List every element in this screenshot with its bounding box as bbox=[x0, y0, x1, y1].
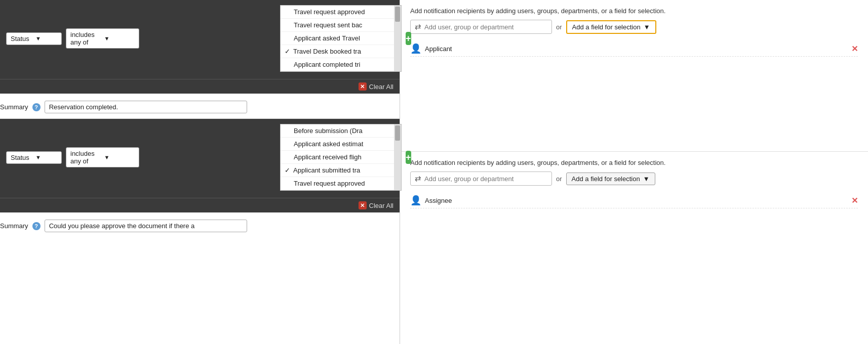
top-summary-label: Summary bbox=[0, 103, 28, 111]
dropdown-item-text: Travel Desk booked tra bbox=[293, 48, 361, 55]
bottom-field-select-label: Add a field for selection bbox=[572, 175, 640, 183]
bottom-status-arrow-icon: ▼ bbox=[35, 154, 57, 160]
top-scrollbar[interactable] bbox=[394, 6, 401, 71]
scroll-thumb-b bbox=[395, 125, 400, 141]
list-item[interactable]: Travel request approved bbox=[281, 6, 401, 19]
bottom-recipient-chip: 👤 Assignee ✕ bbox=[410, 193, 858, 208]
bottom-clear-all-x-icon: ✕ bbox=[359, 201, 367, 209]
main-layout: Status ▼ includes any of ▼ Travel reques… bbox=[0, 0, 868, 344]
top-user-avatar-icon: 👤 bbox=[410, 43, 421, 54]
top-recipient-input[interactable] bbox=[424, 23, 526, 31]
top-summary-help-icon[interactable]: ? bbox=[32, 103, 41, 111]
dropdown-item-text: Before submission (Dra bbox=[294, 127, 363, 135]
clear-all-x-icon: ✕ bbox=[359, 82, 367, 91]
bottom-condition-block: Status ▼ includes any of ▼ Before submis… bbox=[0, 119, 400, 198]
top-status-label: Status bbox=[11, 35, 32, 42]
bottom-includes-label: includes any of bbox=[70, 150, 101, 165]
top-field-select-button[interactable]: Add a field for selection ▼ bbox=[566, 20, 656, 34]
top-add-recipient-row: ⇄ or Add a field for selection ▼ bbox=[410, 20, 858, 34]
top-recipient-name: Applicant bbox=[425, 45, 452, 53]
scroll-thumb bbox=[395, 7, 400, 22]
bottom-dropdown-list: Before submission (Dra Applicant asked e… bbox=[280, 124, 402, 191]
dropdown-item-text: Travel request sent bac bbox=[294, 21, 362, 29]
bottom-summary-row: Summary ? bbox=[0, 212, 400, 237]
bottom-user-avatar-icon: 👤 bbox=[410, 195, 421, 206]
top-includes-arrow-icon: ▼ bbox=[104, 35, 135, 41]
bottom-field-select-arrow-icon: ▼ bbox=[643, 175, 650, 183]
top-includes-label: includes any of bbox=[70, 31, 101, 46]
dropdown-item-text: Applicant asked Travel bbox=[294, 34, 360, 42]
top-section-footer: ✕ Clear All bbox=[0, 79, 400, 94]
list-item[interactable]: Travel request sent bac bbox=[281, 19, 401, 32]
top-dropdown-list: Travel request approved Travel request s… bbox=[280, 5, 402, 72]
list-item[interactable]: Applicant asked estimat bbox=[281, 138, 401, 151]
bottom-status-label: Status bbox=[11, 154, 32, 161]
top-status-dropdown[interactable]: Status ▼ bbox=[6, 32, 62, 45]
top-notification-desc: Add notification recipients by adding us… bbox=[410, 7, 858, 15]
bottom-remove-x-icon: ✕ bbox=[851, 196, 858, 205]
bottom-field-select-button[interactable]: Add a field for selection ▼ bbox=[566, 173, 655, 185]
bottom-section-footer: ✕ Clear All bbox=[0, 198, 400, 212]
dropdown-item-text: Applicant completed tri bbox=[294, 61, 361, 68]
top-recipient-chip: 👤 Applicant ✕ bbox=[410, 41, 858, 57]
top-recipient-input-wrap[interactable]: ⇄ bbox=[410, 20, 552, 34]
bottom-status-dropdown[interactable]: Status ▼ bbox=[6, 151, 62, 164]
dropdown-item-text: Applicant submitted tra bbox=[293, 166, 360, 174]
top-remove-x-icon: ✕ bbox=[851, 45, 858, 53]
list-item[interactable]: Applicant asked Travel bbox=[281, 32, 401, 45]
top-or-text: or bbox=[556, 23, 562, 31]
list-item[interactable]: Applicant received fligh bbox=[281, 151, 401, 164]
bottom-recipient-name: Assignee bbox=[425, 197, 452, 204]
check-icon-b: ✓ bbox=[285, 166, 290, 174]
bottom-condition-row: Status ▼ includes any of ▼ Before submis… bbox=[6, 124, 393, 191]
list-item[interactable]: ✓ Travel Desk booked tra bbox=[281, 45, 401, 58]
bottom-recipient-input-wrap[interactable]: ⇄ bbox=[410, 171, 552, 186]
top-summary-row: Summary ? bbox=[0, 94, 400, 118]
bottom-notification-desc: Add notification recipients by adding us… bbox=[410, 159, 858, 166]
dropdown-item-text: Travel request approved bbox=[294, 8, 365, 16]
top-includes-dropdown[interactable]: includes any of ▼ bbox=[66, 28, 139, 49]
list-item[interactable]: ✓ Applicant submitted tra bbox=[281, 164, 401, 177]
bottom-right-section: Add notification recipients by adding us… bbox=[400, 152, 868, 304]
swap-icon-bottom: ⇄ bbox=[415, 174, 421, 183]
top-remove-recipient-button[interactable]: ✕ bbox=[851, 44, 858, 54]
dropdown-item-text: Applicant received fligh bbox=[294, 153, 362, 161]
bottom-or-text: or bbox=[556, 175, 562, 183]
top-summary-input[interactable] bbox=[45, 101, 247, 113]
top-condition-row: Status ▼ includes any of ▼ Travel reques… bbox=[6, 5, 393, 72]
top-right-section: Add notification recipients by adding us… bbox=[400, 0, 868, 152]
dropdown-item-text: Applicant asked estimat bbox=[294, 140, 363, 148]
list-item[interactable]: Travel request approved bbox=[281, 177, 401, 190]
right-panel: Add notification recipients by adding us… bbox=[400, 0, 868, 344]
top-field-select-label: Add a field for selection bbox=[572, 23, 641, 31]
bottom-remove-recipient-button[interactable]: ✕ bbox=[851, 196, 858, 205]
swap-icon-top: ⇄ bbox=[415, 22, 421, 31]
bottom-summary-input[interactable] bbox=[45, 220, 247, 232]
bottom-clear-all-label: Clear All bbox=[369, 202, 393, 209]
bottom-add-recipient-row: ⇄ or Add a field for selection ▼ bbox=[410, 171, 858, 186]
top-condition-block: Status ▼ includes any of ▼ Travel reques… bbox=[0, 0, 400, 79]
bottom-recipient-input[interactable] bbox=[424, 175, 526, 183]
top-clear-all-label: Clear All bbox=[369, 83, 393, 91]
left-panel: Status ▼ includes any of ▼ Travel reques… bbox=[0, 0, 400, 344]
bottom-clear-all-button[interactable]: ✕ Clear All bbox=[359, 201, 393, 209]
dropdown-item-text: Travel request approved bbox=[294, 180, 365, 187]
bottom-includes-arrow-icon: ▼ bbox=[104, 154, 135, 160]
bottom-scrollbar[interactable] bbox=[394, 124, 401, 190]
bottom-summary-help-icon[interactable]: ? bbox=[32, 222, 41, 230]
bottom-includes-dropdown[interactable]: includes any of ▼ bbox=[66, 147, 139, 167]
check-icon: ✓ bbox=[285, 48, 290, 55]
bottom-dropdown-list-wrap: Before submission (Dra Applicant asked e… bbox=[143, 124, 402, 191]
bottom-summary-label: Summary bbox=[0, 222, 28, 230]
bottom-add-condition-button[interactable]: + bbox=[406, 151, 411, 164]
top-dropdown-list-wrap: Travel request approved Travel request s… bbox=[143, 5, 402, 72]
top-status-arrow-icon: ▼ bbox=[35, 35, 57, 41]
list-item[interactable]: Applicant completed tri bbox=[281, 58, 401, 71]
top-clear-all-button[interactable]: ✕ Clear All bbox=[359, 82, 393, 91]
top-field-select-arrow-icon: ▼ bbox=[644, 23, 650, 31]
list-item[interactable]: Before submission (Dra bbox=[281, 124, 401, 138]
